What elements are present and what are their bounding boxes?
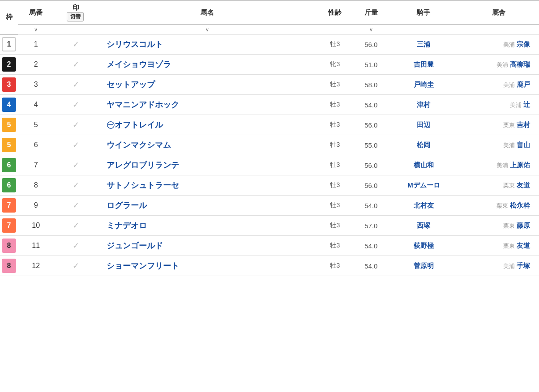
age-cell: 牡3 [317, 115, 353, 135]
weight-cell: 58.0 [353, 75, 389, 95]
mark-cell[interactable]: ✓ [54, 135, 98, 155]
table-row: 7 9 ✓ ログラール 牡3 54.0 北村友 栗東松永幹 [0, 196, 539, 216]
header-stable: 厩舎 [458, 0, 539, 25]
stable-cell: 美浦辻 [458, 95, 539, 115]
uma-num-cell: 1 [18, 34, 54, 55]
horse-name-cell[interactable]: ジュンゴールド [98, 236, 317, 256]
age-sort [317, 25, 353, 34]
uma-num-cell: 9 [18, 196, 54, 216]
waku-cell: 8 [0, 236, 18, 256]
horse-name-cell[interactable]: ショーマンフリート [98, 256, 317, 276]
mark-cell[interactable]: ✓ [54, 115, 98, 135]
waku-cell: 3 [0, 75, 18, 95]
stable-cell: 栗東松永幹 [458, 196, 539, 216]
jockey-cell: 津村 [389, 95, 458, 115]
uma-num-cell: 7 [18, 155, 54, 175]
waku-cell: 6 [0, 155, 18, 175]
stable-cell: 美浦畠山 [458, 135, 539, 155]
age-cell: 牡3 [317, 236, 353, 256]
jockey-cell: 横山和 [389, 155, 458, 175]
horse-name-cell[interactable]: ウインマクシマム [98, 135, 317, 155]
mark-cell[interactable]: ✓ [54, 34, 98, 55]
uma-num-dropdown[interactable]: ∨ [34, 27, 38, 33]
header-age: 性齢 [317, 0, 353, 25]
waku-cell: 7 [0, 196, 18, 216]
jockey-cell: 菅原明 [389, 256, 458, 276]
waku-cell: 2 [0, 55, 18, 75]
stable-cell: 美浦高柳瑞 [458, 55, 539, 75]
horse-name-cell[interactable]: サトノシュトラーセ [98, 175, 317, 196]
horse-name-sort[interactable]: ∨ [98, 25, 317, 34]
table-row: 8 12 ✓ ショーマンフリート 牡3 54.0 菅原明 美浦手塚 [0, 256, 539, 276]
waku-cell: 4 [0, 95, 18, 115]
mark-cell[interactable]: ✓ [54, 95, 98, 115]
uma-num-cell: 11 [18, 236, 54, 256]
weight-cell: 56.0 [353, 34, 389, 55]
jockey-cell: Mデムーロ [389, 175, 458, 196]
mark-cell[interactable]: ✓ [54, 216, 98, 236]
uma-num-sort[interactable]: ∨ [18, 25, 54, 34]
race-table: 枠 馬番 印 切替 馬名 性齢 斤量 騎手 [0, 0, 539, 276]
weight-cell: 54.0 [353, 236, 389, 256]
age-cell: 牡3 [317, 216, 353, 236]
header-jockey: 騎手 [389, 0, 458, 25]
uma-num-cell: 4 [18, 95, 54, 115]
mark-cell[interactable]: ✓ [54, 256, 98, 276]
table-row: 6 8 ✓ サトノシュトラーセ 牡3 56.0 Mデムーロ 栗東友道 [0, 175, 539, 196]
jockey-cell: 西塚 [389, 216, 458, 236]
mark-cell[interactable]: ✓ [54, 155, 98, 175]
mark-cell[interactable]: ✓ [54, 236, 98, 256]
horse-name-cell[interactable]: ミナデオロ [98, 216, 317, 236]
jockey-cell: 北村友 [389, 196, 458, 216]
weight-sort[interactable]: ∨ [353, 25, 389, 34]
age-cell: 牡3 [317, 155, 353, 175]
waku-cell: 7 [0, 216, 18, 236]
uma-num-cell: 5 [18, 115, 54, 135]
table-row: 5 6 ✓ ウインマクシマム 牡3 55.0 松岡 美浦畠山 [0, 135, 539, 155]
uma-num-cell: 3 [18, 75, 54, 95]
mark-cell[interactable]: ✓ [54, 175, 98, 196]
jockey-sort [389, 25, 458, 34]
age-cell: 牝3 [317, 55, 353, 75]
horse-name-cell[interactable]: シリウスコルト [98, 34, 317, 55]
jockey-cell: 吉田豊 [389, 55, 458, 75]
uma-num-cell: 8 [18, 175, 54, 196]
stable-cell: 美浦上原佑 [458, 155, 539, 175]
jockey-cell: 田辺 [389, 115, 458, 135]
mark-cell[interactable]: ✓ [54, 75, 98, 95]
mark-switch-btn[interactable]: 切替 [67, 12, 84, 21]
horse-name-cell[interactable]: ヤマニンアドホック [98, 95, 317, 115]
weight-cell: 51.0 [353, 55, 389, 75]
horse-name-cell[interactable]: セットアップ [98, 75, 317, 95]
uma-num-cell: 12 [18, 256, 54, 276]
race-table-container: 枠 馬番 印 切替 馬名 性齢 斤量 騎手 [0, 0, 539, 276]
header-uma-num: 馬番 [18, 0, 54, 25]
stable-cell: 栗東藤原 [458, 216, 539, 236]
age-cell: 牡3 [317, 75, 353, 95]
table-row: 5 5 ✓ ㊀オフトレイル 牡3 56.0 田辺 栗東吉村 [0, 115, 539, 135]
weight-cell: 54.0 [353, 256, 389, 276]
weight-dropdown[interactable]: ∨ [369, 27, 373, 33]
waku-cell: 5 [0, 115, 18, 135]
waku-cell: 5 [0, 135, 18, 155]
stable-cell: 美浦宗像 [458, 34, 539, 55]
header-mark[interactable]: 印 切替 [54, 0, 98, 25]
table-row: 1 1 ✓ シリウスコルト 牡3 56.0 三浦 美浦宗像 [0, 34, 539, 55]
horse-name-cell[interactable]: ログラール [98, 196, 317, 216]
horse-name-cell[interactable]: ㊀オフトレイル [98, 115, 317, 135]
stable-cell: 栗東友道 [458, 175, 539, 196]
jockey-cell: 荻野極 [389, 236, 458, 256]
weight-cell: 56.0 [353, 155, 389, 175]
table-row: 6 7 ✓ アレグロブリランテ 牡3 56.0 横山和 美浦上原佑 [0, 155, 539, 175]
mark-cell[interactable]: ✓ [54, 55, 98, 75]
mark-cell[interactable]: ✓ [54, 196, 98, 216]
horse-name-dropdown[interactable]: ∨ [205, 27, 209, 33]
horse-name-cell[interactable]: アレグロブリランテ [98, 155, 317, 175]
table-row: 7 10 ✓ ミナデオロ 牡3 57.0 西塚 栗東藤原 [0, 216, 539, 236]
jockey-cell: 戸崎圭 [389, 75, 458, 95]
mark-sort [54, 25, 98, 34]
stable-cell: 美浦手塚 [458, 256, 539, 276]
horse-name-cell[interactable]: メイショウヨゾラ [98, 55, 317, 75]
stable-cell: 栗東友道 [458, 236, 539, 256]
weight-cell: 56.0 [353, 115, 389, 135]
